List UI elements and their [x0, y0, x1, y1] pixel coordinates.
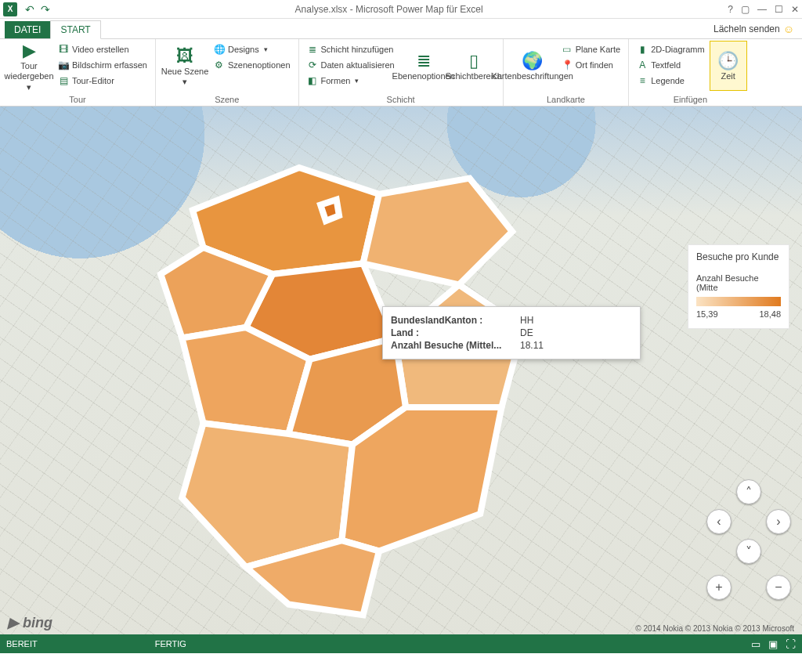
- dropdown-caret-icon: ▾: [264, 45, 268, 53]
- legend-button[interactable]: ≡Legende: [634, 74, 707, 88]
- zoom-out-button[interactable]: −: [766, 575, 791, 600]
- play-tour-label: Tour wiedergeben: [5, 61, 54, 81]
- tilt-down-button[interactable]: ˅: [736, 539, 761, 564]
- rotate-right-button[interactable]: ›: [766, 509, 791, 534]
- window-title: Analyse.xlsx - Microsoft Power Map für E…: [50, 4, 728, 15]
- group-layer: ≣Schicht hinzufügen ⟳Daten aktualisieren…: [299, 39, 504, 106]
- layers-gear-icon: ≣: [417, 51, 431, 71]
- create-video-label: Video erstellen: [72, 45, 129, 54]
- shapes-icon: ◧: [307, 75, 318, 86]
- camera-icon: 📷: [58, 60, 69, 70]
- group-map: 🌍 Kartenbeschriftungen ▭Plane Karte 📍Ort…: [504, 39, 629, 106]
- group-label-map: Landkarte: [508, 93, 623, 106]
- capture-screen-button[interactable]: 📷Bildschirm erfassen: [55, 58, 150, 72]
- dropdown-caret-icon: ▾: [182, 77, 187, 87]
- close-icon[interactable]: ✕: [791, 4, 799, 15]
- group-scene: 🖼 Neue Szene ▾ 🌐Designs▾ ⚙Szenenoptionen…: [156, 39, 299, 106]
- status-play-icon[interactable]: ▣: [768, 638, 778, 650]
- legend-label: Legende: [651, 76, 685, 85]
- bing-logo: ▶ bing: [8, 614, 52, 631]
- data-tooltip: BundeslandKanton :HH Land :DE Anzahl Bes…: [382, 306, 641, 359]
- map-labels-button[interactable]: 🌍 Kartenbeschriftungen: [508, 41, 557, 91]
- create-video-button[interactable]: 🎞Video erstellen: [55, 42, 150, 56]
- map-nav-controls: ˄ ‹ › ˅ + −: [706, 479, 793, 605]
- scene-options-button[interactable]: ⚙Szenenoptionen: [211, 58, 294, 72]
- status-ready: BEREIT: [6, 639, 38, 649]
- legend-max: 18,48: [759, 309, 781, 319]
- zoom-in-button[interactable]: +: [706, 575, 732, 600]
- add-layer-label: Schicht hinzufügen: [321, 45, 394, 54]
- group-label-scene: Szene: [161, 93, 294, 106]
- new-scene-button[interactable]: 🖼 Neue Szene ▾: [161, 41, 209, 91]
- tooltip-key-country: Land :: [391, 327, 520, 338]
- legend-color-bar: [696, 297, 781, 306]
- play-icon: ▶: [23, 41, 36, 61]
- help-icon[interactable]: ?: [728, 4, 733, 15]
- smile-icon: ☺: [783, 23, 794, 35]
- textbox-icon: A: [637, 60, 648, 70]
- title-bar: X ↶ ↷ Analyse.xlsx - Microsoft Power Map…: [0, 0, 802, 19]
- status-done: FERTIG: [155, 639, 186, 649]
- chart2d-button[interactable]: ▮2D-Diagramm: [634, 42, 707, 56]
- undo-icon[interactable]: ↶: [25, 3, 34, 16]
- legend-title: Besuche pro Kunde: [696, 251, 781, 262]
- find-location-button[interactable]: 📍Ort finden: [558, 58, 623, 72]
- shapes-label: Formen: [321, 76, 351, 85]
- capture-screen-label: Bildschirm erfassen: [72, 60, 147, 70]
- time-button[interactable]: 🕒 Zeit: [710, 41, 747, 91]
- shapes-button[interactable]: ◧Formen▾: [304, 74, 398, 88]
- refresh-icon: ⟳: [307, 60, 318, 70]
- maximize-icon[interactable]: ☐: [775, 4, 783, 15]
- designs-button[interactable]: 🌐Designs▾: [211, 42, 294, 56]
- send-smile-button[interactable]: Lächeln senden ☺: [706, 20, 802, 38]
- map-legend[interactable]: Besuche pro Kunde Anzahl Besuche (Mitte …: [688, 244, 789, 329]
- new-scene-label: Neue Szene: [161, 67, 209, 77]
- map-labels-label: Kartenbeschriftungen: [491, 71, 573, 81]
- play-tour-button[interactable]: ▶ Tour wiedergeben ▾: [5, 41, 53, 91]
- tour-editor-button[interactable]: ▤Tour-Editor: [55, 74, 150, 88]
- tour-editor-label: Tour-Editor: [72, 76, 114, 85]
- clock-icon: 🕒: [717, 51, 739, 71]
- film-icon: 🎞: [58, 44, 69, 55]
- rotate-left-button[interactable]: ‹: [706, 509, 732, 534]
- tooltip-val-country: DE: [520, 327, 632, 338]
- layers-add-icon: ≣: [307, 44, 318, 55]
- status-bar: BEREIT FERTIG ▭ ▣ ⛶: [0, 634, 802, 653]
- redo-icon[interactable]: ↷: [41, 3, 50, 16]
- legend-measure: Anzahl Besuche (Mitte: [696, 273, 781, 292]
- tooltip-val-region: HH: [520, 315, 632, 326]
- tab-start[interactable]: START: [50, 20, 100, 39]
- refresh-data-button[interactable]: ⟳Daten aktualisieren: [304, 58, 398, 72]
- textbox-button[interactable]: ATextfeld: [634, 58, 707, 72]
- flat-map-label: Plane Karte: [576, 45, 620, 54]
- germany-choropleth: [86, 114, 619, 647]
- map-viewport[interactable]: BundeslandKanton :HH Land :DE Anzahl Bes…: [0, 107, 802, 653]
- ribbon-collapse-icon[interactable]: ▢: [741, 4, 750, 15]
- pin-icon: 📍: [562, 60, 573, 70]
- group-insert: ▮2D-Diagramm ATextfeld ≡Legende 🕒 Zeit E…: [629, 39, 751, 106]
- layer-pane-button[interactable]: ▯ Schichtbereich: [450, 41, 498, 91]
- globe-label-icon: 🌍: [522, 51, 543, 71]
- group-label-tour: Tour: [5, 93, 150, 106]
- picture-plus-icon: 🖼: [176, 46, 193, 67]
- tooltip-val-measure: 18.11: [520, 340, 632, 351]
- flat-map-button[interactable]: ▭Plane Karte: [558, 42, 623, 56]
- textbox-label: Textfeld: [651, 60, 681, 70]
- ribbon-tabs: DATEI START Lächeln senden ☺: [0, 19, 802, 39]
- map-credits: © 2014 Nokia © 2013 Nokia © 2013 Microso…: [635, 624, 794, 633]
- layer-options-button[interactable]: ≣ Ebenenoptionen: [399, 41, 448, 91]
- status-fullscreen-icon[interactable]: ⛶: [786, 638, 796, 650]
- find-location-label: Ort finden: [576, 60, 613, 70]
- time-label: Zeit: [721, 71, 735, 81]
- tilt-up-button[interactable]: ˄: [736, 479, 761, 504]
- gear-icon: ⚙: [214, 60, 225, 70]
- scene-options-label: Szenenoptionen: [228, 60, 291, 70]
- designs-label: Designs: [228, 45, 259, 54]
- status-explore-icon[interactable]: ▭: [751, 638, 760, 650]
- tab-file[interactable]: DATEI: [5, 21, 50, 38]
- group-label-insert: Einfügen: [634, 93, 746, 106]
- pane-icon: ▯: [469, 51, 479, 71]
- chart2d-label: 2D-Diagramm: [651, 45, 704, 54]
- minimize-icon[interactable]: —: [757, 4, 767, 15]
- add-layer-button[interactable]: ≣Schicht hinzufügen: [304, 42, 398, 56]
